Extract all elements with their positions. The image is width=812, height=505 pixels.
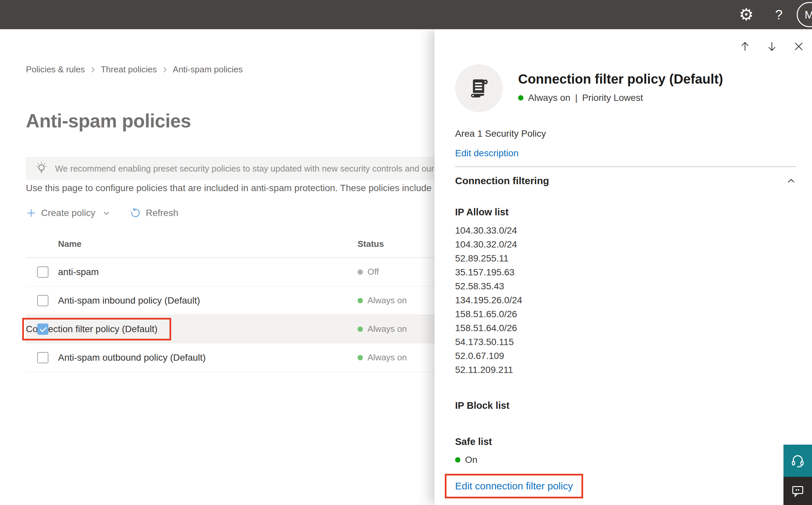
- safe-list-status-row: On: [455, 455, 796, 465]
- status-dot-on: [358, 327, 363, 332]
- status-label: Always on: [368, 324, 407, 334]
- details-panel: Connection filter policy (Default) Alway…: [434, 29, 812, 505]
- safe-list-status: On: [465, 455, 477, 465]
- ip-block-list-title: IP Block list: [455, 400, 796, 411]
- chevron-down-icon: [103, 209, 111, 217]
- status-label: Off: [368, 267, 379, 277]
- status-column-header[interactable]: Status: [358, 239, 384, 249]
- headset-icon: [790, 453, 806, 469]
- refresh-button[interactable]: Refresh: [130, 207, 178, 219]
- status-dot-on: [518, 95, 524, 101]
- ip-entry: 35.157.195.63: [455, 266, 796, 279]
- status-label: Always on: [368, 295, 407, 306]
- support-button[interactable]: [784, 445, 812, 477]
- policy-scroll-icon: [455, 64, 503, 112]
- app-window: ⚙ ? M Policies & rules Threat policies A…: [0, 0, 812, 505]
- status-badge: Always on: [358, 324, 407, 334]
- chevron-up-icon[interactable]: [786, 176, 796, 186]
- panel-navigation: [739, 40, 805, 52]
- ip-entry: 52.11.209.211: [455, 363, 796, 377]
- edit-description-link[interactable]: Edit description: [455, 148, 796, 159]
- policy-description: Area 1 Security Policy: [455, 128, 796, 139]
- row-checkbox[interactable]: [37, 352, 48, 363]
- row-checkbox-checked[interactable]: [37, 324, 48, 335]
- status-dot-on: [358, 298, 363, 303]
- breadcrumb-policies-rules[interactable]: Policies & rules: [26, 64, 85, 75]
- create-policy-button[interactable]: Create policy: [26, 208, 111, 218]
- refresh-label: Refresh: [146, 208, 178, 218]
- close-icon[interactable]: [793, 40, 805, 52]
- divider: [455, 167, 796, 167]
- refresh-icon: [130, 207, 141, 219]
- speech-bubble-icon: [790, 484, 805, 498]
- panel-status: Always on: [528, 93, 571, 103]
- help-icon[interactable]: ?: [770, 5, 788, 25]
- chevron-right-icon: [162, 66, 168, 73]
- status-label: Always on: [368, 352, 407, 363]
- breadcrumb-anti-spam-policies[interactable]: Anti-spam policies: [173, 64, 243, 75]
- ip-entry: 158.51.64.0/26: [455, 321, 796, 335]
- chevron-right-icon: [90, 66, 95, 73]
- ip-entry: 52.0.67.109: [455, 349, 796, 363]
- highlight-box: Edit connection filter policy: [445, 474, 583, 498]
- status-dot-on: [358, 355, 363, 360]
- policy-name[interactable]: anti-spam: [58, 267, 99, 278]
- connection-filtering-section-header[interactable]: Connection filtering: [455, 174, 796, 188]
- policy-name[interactable]: Anti-spam inbound policy (Default): [58, 295, 200, 306]
- top-bar: ⚙ ? M: [0, 0, 812, 29]
- edit-connection-filter-policy-link[interactable]: Edit connection filter policy: [455, 480, 573, 492]
- ip-entry: 104.30.33.0/24: [455, 224, 796, 237]
- avatar[interactable]: M: [797, 2, 812, 27]
- status-dot-on: [455, 457, 460, 463]
- breadcrumb-threat-policies[interactable]: Threat policies: [101, 64, 157, 75]
- panel-title: Connection filter policy (Default): [518, 72, 723, 87]
- status-dot-off: [358, 270, 363, 275]
- plus-icon: [26, 208, 36, 218]
- create-policy-label: Create policy: [41, 208, 95, 218]
- arrow-up-icon[interactable]: [739, 40, 751, 52]
- ip-entry: 52.58.35.43: [455, 279, 796, 293]
- panel-title-block: Connection filter policy (Default) Alway…: [518, 64, 723, 103]
- status-badge: Off: [358, 267, 379, 277]
- panel-priority: Priority Lowest: [582, 93, 643, 103]
- ip-allow-list: 104.30.33.0/24 104.30.32.0/24 52.89.255.…: [455, 224, 796, 377]
- ip-entry: 104.30.32.0/24: [455, 237, 796, 251]
- section-title: Connection filtering: [455, 175, 549, 186]
- ip-entry: 158.51.65.0/26: [455, 307, 796, 321]
- settings-icon[interactable]: ⚙: [736, 3, 757, 26]
- policy-name[interactable]: Anti-spam outbound policy (Default): [58, 352, 206, 363]
- name-column-header[interactable]: Name: [58, 239, 81, 249]
- row-checkbox[interactable]: [37, 295, 48, 306]
- arrow-down-icon[interactable]: [766, 40, 778, 52]
- panel-header: Connection filter policy (Default) Alway…: [455, 64, 796, 112]
- feedback-button[interactable]: [784, 477, 812, 505]
- ip-entry: 134.195.26.0/24: [455, 293, 796, 307]
- ip-entry: 52.89.255.11: [455, 251, 796, 266]
- status-badge: Always on: [358, 352, 407, 363]
- status-separator: |: [575, 93, 578, 103]
- status-badge: Always on: [358, 295, 407, 306]
- row-checkbox[interactable]: [37, 267, 48, 278]
- lightbulb-icon: [34, 161, 49, 176]
- panel-status-row: Always on | Priority Lowest: [518, 93, 723, 103]
- banner-text: We recommend enabling preset security po…: [55, 164, 472, 174]
- safe-list-title: Safe list: [455, 436, 796, 447]
- ip-allow-list-title: IP Allow list: [455, 207, 796, 218]
- ip-entry: 54.173.50.115: [455, 335, 796, 349]
